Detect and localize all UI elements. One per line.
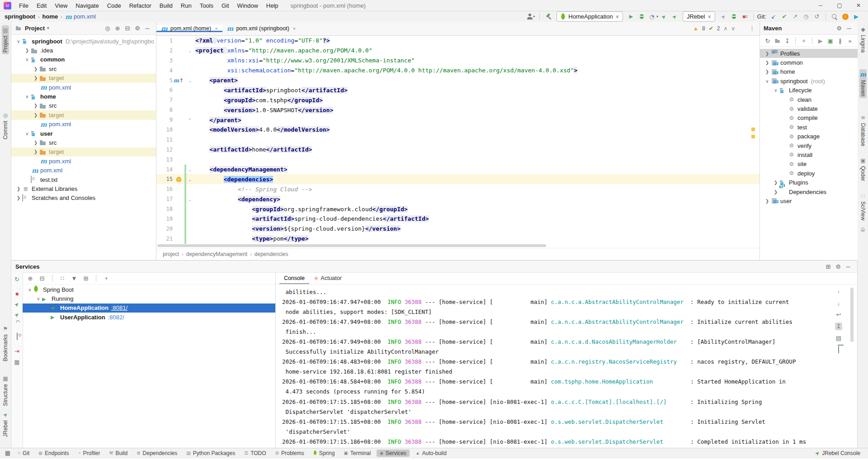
service-tree-item[interactable]: ∨Spring Boot <box>23 285 275 294</box>
log-logger-link[interactable]: o.a.c.c.C.[Tomcat].[localhost].[/] <box>551 398 667 405</box>
menu-item-window[interactable]: Window <box>233 0 262 11</box>
project-tree-item[interactable]: ❯Scratches and Consoles <box>11 194 156 203</box>
console-log[interactable]: abilities...2026-01-06T09:16:47.947+08:0… <box>282 287 826 448</box>
open-log-icon[interactable]: ⇥ <box>14 348 19 355</box>
chevron-right-icon[interactable]: ❯ <box>772 180 779 185</box>
expand-all-icon[interactable]: ⊕ <box>113 24 123 33</box>
stripe-item-sciview[interactable]: ∷SciView <box>858 193 868 220</box>
chevron-down-icon[interactable]: ∨ <box>764 79 771 84</box>
print-icon[interactable]: ▤ <box>836 335 841 341</box>
toolwindow-button-build[interactable]: ⚒Build <box>106 450 131 457</box>
scrollbar-warning-mark[interactable] <box>751 135 755 138</box>
filter-icon[interactable]: ▼ <box>69 274 79 283</box>
service-tree-item[interactable]: ➤HomeApplication:8081/ <box>23 304 275 313</box>
chevron-right-icon[interactable]: ❯ <box>24 48 31 53</box>
menu-item-view[interactable]: View <box>51 0 71 11</box>
chevron-right-icon[interactable]: ❯ <box>32 140 39 145</box>
service-port-link[interactable]: :8081/ <box>111 304 127 311</box>
git-update-button[interactable]: ↙ <box>768 12 779 22</box>
menu-item-help[interactable]: Help <box>262 0 283 11</box>
project-tree-item[interactable]: ❯src <box>11 101 156 110</box>
ide-update-icon[interactable]: ↑ <box>840 12 851 22</box>
maven-tree-item[interactable]: ⚙install <box>760 150 858 159</box>
project-tree-item[interactable]: ❯target <box>11 147 156 156</box>
chevron-right-icon[interactable]: ❯ <box>15 195 22 200</box>
service-tree-item[interactable]: ∨▶Running <box>23 294 275 303</box>
reload-maven-icon[interactable]: ↻ <box>763 36 773 45</box>
stop-button[interactable]: ■2 <box>740 12 750 22</box>
chevron-right-icon[interactable]: ❯ <box>764 199 771 204</box>
stripe-item-database[interactable]: ≋Database <box>858 114 868 146</box>
menu-item-code[interactable]: Code <box>103 0 125 11</box>
close-button[interactable]: ✕ <box>849 0 868 11</box>
toolwindow-button-profiler[interactable]: ◔Profiler <box>75 450 103 457</box>
project-tree-item[interactable]: mpom.xml <box>11 120 156 129</box>
attach-debugger-icon[interactable] <box>729 12 740 22</box>
jrebel-run-icon[interactable]: ➤ <box>13 300 21 308</box>
intention-bulb-icon[interactable] <box>173 177 184 182</box>
run-with-jrebel-button[interactable]: ➤ <box>658 12 669 22</box>
skip-tests-icon[interactable]: ∦ <box>835 36 845 45</box>
project-tree-item[interactable]: mpom.xml <box>11 156 156 166</box>
maven-tree-item[interactable]: ⚙validate <box>760 104 858 113</box>
maven-parent-gutter-icon[interactable]: m↑ <box>173 77 184 84</box>
chevron-down-icon[interactable]: ∨ <box>772 88 779 93</box>
git-push-button[interactable]: ↗ <box>790 12 801 22</box>
maven-settings-gear-icon[interactable]: ⚙ <box>834 24 844 33</box>
project-tree-item[interactable]: ∨common <box>11 55 156 64</box>
toolwindow-button-python-packages[interactable]: ▤Python Packages <box>183 450 238 457</box>
jrebel-console-button[interactable]: ➤ JRebel Console <box>812 450 863 457</box>
download-sources-icon[interactable]: ↧ <box>783 36 793 45</box>
editor-options-kebab-icon[interactable]: ⋮ <box>749 25 755 32</box>
chevron-down-icon[interactable]: ∨ <box>24 94 31 99</box>
chevron-right-icon[interactable]: ❯ <box>15 186 22 191</box>
jrebel-debug-icon[interactable]: ➤ <box>13 311 21 318</box>
git-commit-button[interactable]: ✔ <box>779 12 790 22</box>
chevron-right-icon[interactable]: ❯ <box>32 113 39 118</box>
rollback-icon[interactable]: ↺ <box>811 12 822 22</box>
console-tab-console[interactable]: Console <box>279 272 309 284</box>
maven-tree-item[interactable]: ⚙compile <box>760 114 858 123</box>
project-tree-item[interactable]: ❯target <box>11 110 156 119</box>
editor-tab-pom-xml--home-[interactable]: mpom.xml (home)× <box>156 25 222 32</box>
log-logger-link[interactable]: o.s.web.servlet.DispatcherServlet <box>551 438 663 445</box>
menu-item-refactor[interactable]: Refactor <box>125 0 156 11</box>
jrebel-select[interactable]: JRebel∨ <box>683 11 715 22</box>
user-profile-icon[interactable]: ▾ <box>525 12 536 22</box>
maven-tree-item[interactable]: ⚙test <box>760 123 858 132</box>
close-tab-icon[interactable]: × <box>293 26 296 31</box>
editor-breadcrumb-dependencies[interactable]: dependencies <box>255 251 288 257</box>
menu-item-file[interactable]: File <box>15 0 33 11</box>
breadcrumb-item-springboot[interactable]: springboot <box>5 13 35 20</box>
stripe-item-bookmarks[interactable]: ⚑Bookmarks <box>0 326 11 361</box>
log-logger-link[interactable]: com.tsphp.home.HomeApplication <box>551 378 653 385</box>
maven-tree-item[interactable]: ❯Profiles <box>760 49 858 58</box>
inspections-widget[interactable]: ▲8 ✔2 ∧ ∨ <box>693 22 735 35</box>
toolwindow-button-problems[interactable]: ⊘Problems <box>272 450 307 457</box>
project-tree-item[interactable]: ❯src <box>11 138 156 147</box>
project-tree-item[interactable]: test.txt <box>11 175 156 184</box>
console-scrollbar[interactable] <box>850 288 854 342</box>
project-tree-item[interactable]: ❯≣External Libraries <box>11 184 156 193</box>
toolwindow-button-services[interactable]: ◆Services <box>377 450 410 457</box>
maximize-button[interactable]: ▢ <box>830 0 849 11</box>
maven-tree-item[interactable]: ❯muser <box>760 196 858 205</box>
project-tree-item[interactable]: ∨user <box>11 129 156 138</box>
run-configuration-select[interactable]: HomeApplication∨ <box>557 11 623 22</box>
coverage-run-icon[interactable]: ◔▾ <box>647 12 658 22</box>
maven-tree-item[interactable]: ⚙clean <box>760 95 858 104</box>
menu-item-run[interactable]: Run <box>177 0 196 11</box>
menu-item-build[interactable]: Build <box>156 0 177 11</box>
toolwindow-button-terminal[interactable]: ▣Terminal <box>340 450 374 457</box>
fold-marker-icon[interactable]: ⌄ <box>186 177 193 182</box>
editor-breadcrumb-project[interactable]: project <box>163 251 179 257</box>
scroll-up-icon[interactable]: ↑ <box>837 289 840 295</box>
notifications-bell-icon[interactable]: 🕭 <box>858 226 868 233</box>
maven-tree-item[interactable]: ⚙site <box>760 160 858 169</box>
maven-tree-item[interactable]: ❯Plugins <box>760 178 858 187</box>
project-tree-item[interactable]: ∨springbootD:\project\java\study_lng\spr… <box>11 37 156 46</box>
service-port-link[interactable]: :8082/ <box>108 314 124 321</box>
project-tree-item[interactable]: mpom.xml <box>11 83 156 92</box>
add-maven-project-icon[interactable]: ＋ <box>799 36 809 45</box>
editor-area[interactable]: mpom.xml (home)×mpom.xml (springboot)× ▲… <box>156 22 760 260</box>
